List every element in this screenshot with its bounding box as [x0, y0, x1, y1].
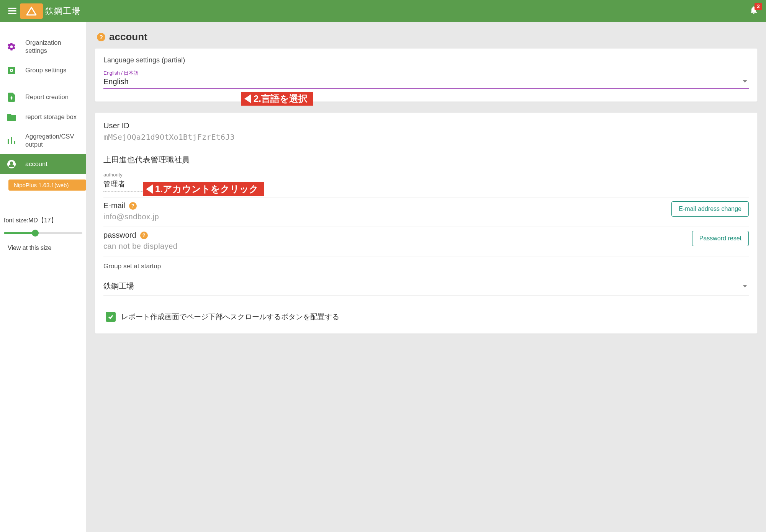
folder-icon	[7, 113, 16, 122]
startup-group-label: Group set at startup	[103, 263, 749, 270]
file-plus-icon	[7, 93, 16, 102]
email-change-button[interactable]: E-mail address change	[671, 201, 749, 217]
scroll-button-checkbox[interactable]	[106, 312, 116, 322]
sidebar-item-report-storage[interactable]: report storage box	[0, 107, 86, 127]
password-reset-button[interactable]: Password reset	[692, 231, 749, 246]
settings-app-icon	[7, 66, 16, 75]
check-icon	[108, 314, 114, 320]
scroll-button-option-row: レポート作成画面でページ下部へスクロールするボタンを配置する	[103, 304, 749, 322]
annotation-2: 2.言語を選択	[241, 92, 313, 106]
notifications-button[interactable]: 2	[746, 3, 761, 19]
logo-button[interactable]	[20, 3, 43, 19]
password-row: password ? can not be displayed Password…	[103, 227, 749, 256]
help-icon[interactable]: ?	[97, 33, 105, 41]
main-content: 1.アカウントをクリック 2.言語を選択 ? account Language …	[86, 22, 766, 532]
chart-icon	[7, 136, 16, 145]
version-badge: NipoPlus 1.63.1(web)	[8, 180, 86, 191]
language-card-title: Language settings (partial)	[103, 56, 749, 64]
sidebar-item-label: Group settings	[25, 66, 66, 74]
startup-group-select[interactable]: 鉄鋼工場	[103, 279, 749, 295]
authority-label: authority	[103, 172, 749, 178]
user-id-label: User ID	[103, 121, 749, 130]
font-size-label: font size:MD【17】	[4, 217, 82, 225]
menu-icon	[8, 10, 16, 11]
chevron-down-icon	[743, 80, 747, 83]
password-label: password	[103, 231, 136, 240]
person-icon	[7, 160, 16, 169]
svg-point-4	[10, 162, 13, 165]
topbar: 鉄鋼工場 2	[0, 0, 766, 22]
authority-value: 管理者	[103, 179, 125, 189]
startup-group-value: 鉄鋼工場	[103, 281, 134, 291]
svg-rect-2	[14, 141, 15, 144]
triangle-left-icon	[146, 184, 153, 194]
triangle-icon	[26, 7, 37, 16]
user-id-value: mMSejOQa21d9OtXo1BtjFzrEt6J3	[103, 132, 749, 142]
view-size-label: View at this size	[4, 245, 82, 251]
sidebar-item-label: account	[25, 160, 47, 168]
font-size-slider[interactable]	[4, 229, 82, 237]
language-select[interactable]: English / 日本語 English	[103, 68, 749, 89]
app-title: 鉄鋼工場	[45, 5, 80, 17]
scroll-button-label: レポート作成画面でページ下部へスクロールするボタンを配置する	[121, 312, 339, 322]
user-name-value: 上田進也代表管理職社員	[103, 155, 749, 165]
account-card: User ID mMSejOQa21d9OtXo1BtjFzrEt6J3 上田進…	[95, 113, 758, 334]
chevron-down-icon	[743, 285, 747, 287]
sidebar-item-aggregation[interactable]: Aggregation/CSV output	[0, 127, 86, 154]
sidebar-item-organization-settings[interactable]: Organization settings	[0, 33, 86, 60]
slider-thumb[interactable]	[32, 230, 39, 237]
menu-button[interactable]	[5, 3, 20, 19]
sidebar-item-group-settings[interactable]: Group settings	[0, 60, 86, 80]
language-hint: English / 日本語	[103, 70, 749, 77]
email-row: E-mail ? info@sndbox.jp E-mail address c…	[103, 197, 749, 227]
svg-rect-1	[11, 137, 12, 144]
password-value: can not be displayed	[103, 242, 177, 251]
gear-icon	[7, 42, 16, 51]
email-value: info@sndbox.jp	[103, 212, 159, 221]
help-icon[interactable]: ?	[129, 202, 137, 210]
help-icon[interactable]: ?	[140, 232, 148, 239]
sidebar: Organization settings Group settings Rep…	[0, 22, 86, 532]
svg-rect-0	[8, 139, 9, 144]
sidebar-item-label: report storage box	[25, 113, 77, 121]
triangle-left-icon	[244, 94, 251, 103]
sidebar-item-label: Aggregation/CSV output	[25, 132, 81, 149]
page-title: account	[109, 31, 147, 43]
sidebar-item-label: Organization settings	[25, 39, 81, 55]
language-value: English	[103, 77, 129, 86]
sidebar-item-label: Report creation	[25, 93, 69, 101]
sidebar-item-account[interactable]: account	[0, 154, 86, 174]
language-card: Language settings (partial) English / 日本…	[95, 48, 758, 102]
annotation-1: 1.アカウントをクリック	[143, 182, 264, 196]
startup-group-row: Group set at startup 鉄鋼工場	[103, 256, 749, 302]
email-label: E-mail	[103, 201, 125, 210]
sidebar-item-report-creation[interactable]: Report creation	[0, 87, 86, 107]
notification-badge: 2	[755, 3, 762, 10]
